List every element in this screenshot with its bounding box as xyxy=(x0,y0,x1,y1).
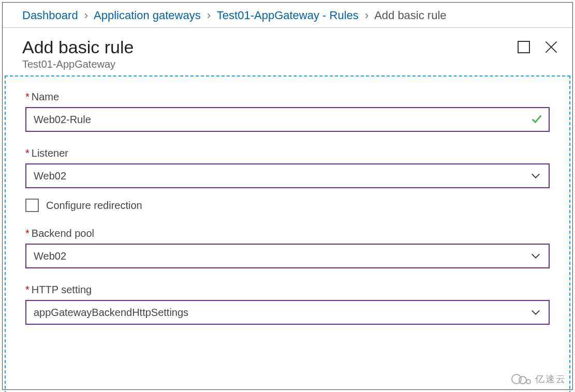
backend-pool-value: Web02 xyxy=(34,250,66,262)
name-input[interactable] xyxy=(25,107,550,132)
chevron-right-icon: › xyxy=(365,9,368,22)
chevron-down-icon xyxy=(530,307,541,318)
listener-value: Web02 xyxy=(34,170,66,182)
page-title: Add basic rule xyxy=(22,37,553,57)
breadcrumb: Dashboard › Application gateways › Test0… xyxy=(3,3,572,27)
maximize-icon[interactable] xyxy=(518,41,530,53)
http-setting-label: HTTP setting xyxy=(32,284,92,295)
http-setting-select[interactable]: appGatewayBackendHttpSettings xyxy=(25,300,550,325)
field-listener: *Listener Web02 Configure redirection xyxy=(25,147,550,212)
http-setting-value: appGatewayBackendHttpSettings xyxy=(34,307,188,319)
watermark-icon xyxy=(511,373,532,385)
check-icon xyxy=(531,113,542,125)
chevron-down-icon xyxy=(530,250,541,262)
blade-header: Add basic rule Test01-AppGateway xyxy=(3,28,572,76)
configure-redirection-label: Configure redirection xyxy=(46,200,142,212)
breadcrumb-gateway-rules[interactable]: Test01-AppGateway - Rules xyxy=(217,9,359,22)
name-label: Name xyxy=(32,91,59,102)
listener-label: Listener xyxy=(32,147,68,159)
close-icon[interactable] xyxy=(544,40,558,54)
watermark-text: 亿速云 xyxy=(535,373,566,385)
configure-redirection-checkbox[interactable] xyxy=(25,199,39,212)
chevron-right-icon: › xyxy=(84,9,88,22)
backend-pool-select[interactable]: Web02 xyxy=(25,244,550,268)
page-subtitle: Test01-AppGateway xyxy=(22,58,553,70)
field-backend-pool: *Backend pool Web02 xyxy=(25,228,550,268)
listener-select[interactable]: Web02 xyxy=(25,163,550,188)
field-http-setting: *HTTP setting appGatewayBackendHttpSetti… xyxy=(25,284,550,325)
form-panel: *Name *Listener Web02 Configure redirect… xyxy=(5,76,570,392)
breadcrumb-dashboard[interactable]: Dashboard xyxy=(22,9,78,22)
field-name: *Name xyxy=(25,91,550,132)
chevron-right-icon: › xyxy=(207,9,211,22)
breadcrumb-app-gateways[interactable]: Application gateways xyxy=(94,9,201,22)
watermark: 亿速云 xyxy=(511,373,566,385)
chevron-down-icon xyxy=(530,170,541,182)
breadcrumb-current: Add basic rule xyxy=(374,9,446,22)
backend-pool-label: Backend pool xyxy=(32,228,94,239)
